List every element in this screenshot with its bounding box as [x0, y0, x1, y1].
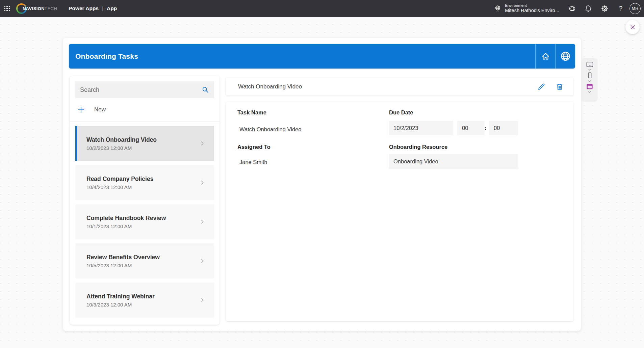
detail-actions: [537, 82, 564, 91]
gear-icon: [601, 5, 609, 12]
search-input[interactable]: [80, 86, 201, 93]
environment-picker[interactable]: Environment Mitesh Rathod's Enviro...: [489, 0, 564, 17]
environment-icon: [494, 4, 502, 12]
list-item-datetime: 10/2/2023 12:00 AM: [86, 145, 214, 151]
trash-icon: [555, 82, 564, 91]
detail-form: Task Name Watch Onboarding Video Due Dat…: [226, 102, 573, 321]
edit-button[interactable]: [537, 82, 546, 91]
list-item-title: Attend Training Webinar: [86, 293, 214, 300]
list-item[interactable]: Attend Training Webinar 10/3/2023 12:00 …: [75, 283, 214, 318]
app-canvas: Onboarding Tasks: [0, 17, 644, 348]
chevron-right-icon: [199, 257, 206, 265]
new-task-label: New: [94, 106, 106, 113]
home-icon: [540, 51, 551, 61]
chevron-right-icon: [199, 218, 206, 225]
top-bar: NAVISIONTECH Power Apps | App Environmen…: [0, 0, 644, 17]
time-separator: :: [485, 121, 487, 135]
list-item[interactable]: Watch Onboarding Video 10/2/2023 12:00 A…: [75, 126, 214, 161]
list-item-datetime: 10/3/2023 12:00 AM: [86, 302, 214, 307]
help-button[interactable]: ?: [613, 0, 629, 17]
assigned-to-value: Jane Smith: [239, 159, 267, 165]
environment-label: Environment: [505, 3, 559, 8]
web-preview-button[interactable]: [586, 83, 593, 94]
home-button[interactable]: [535, 44, 555, 69]
logo-text: NAVISIONTECH: [23, 6, 57, 11]
copilot-button[interactable]: [564, 0, 580, 17]
search-box[interactable]: [75, 81, 214, 98]
list-item[interactable]: Read Company Policies 10/4/2023 12:00 AM: [75, 165, 214, 200]
list-item[interactable]: Complete Handbook Review 10/1/2023 12:00…: [75, 204, 214, 239]
detail-title: Watch Onboarding Video: [238, 83, 302, 90]
due-date-label: Due Date: [389, 109, 413, 116]
bell-icon: [584, 4, 592, 12]
chevron-right-icon: [199, 296, 206, 304]
close-icon: [630, 24, 636, 30]
task-list-panel: New Watch Onboarding Video 10/2/2023 12:…: [70, 76, 220, 325]
language-button[interactable]: [555, 44, 575, 69]
resource-label: Onboarding Resource: [389, 144, 447, 150]
environment-name: Mitesh Rathod's Enviro...: [505, 8, 559, 14]
task-name-label: Task Name: [237, 109, 266, 116]
phone-icon: [586, 72, 593, 79]
pencil-icon: [537, 82, 546, 91]
close-button[interactable]: [625, 20, 640, 34]
chevron-down-icon: [587, 79, 592, 83]
list-item-datetime: 10/1/2023 12:00 AM: [86, 223, 214, 229]
device-preview-toolbar: [582, 58, 597, 101]
tablet-preview-button[interactable]: [586, 61, 594, 72]
browser-window-icon: [586, 83, 593, 90]
app-name: App: [107, 5, 117, 11]
globe-icon: [560, 50, 571, 62]
task-list: Watch Onboarding Video 10/2/2023 12:00 A…: [75, 126, 214, 318]
resource-input[interactable]: Onboarding Video: [389, 154, 518, 169]
app-launcher-button[interactable]: [0, 0, 14, 17]
plus-icon: [77, 106, 85, 114]
header-actions: [535, 44, 575, 69]
product-name[interactable]: Power Apps: [69, 5, 99, 11]
list-item-datetime: 10/4/2023 12:00 AM: [86, 184, 214, 190]
copilot-icon: [568, 4, 576, 13]
detail-header: Watch Onboarding Video: [226, 78, 573, 96]
due-date-input[interactable]: 10/2/2023: [389, 121, 453, 135]
list-item-title: Review Benefits Overview: [86, 254, 214, 261]
app-container-card: Onboarding Tasks: [63, 38, 581, 331]
assigned-to-label: Assigned To: [237, 144, 271, 150]
due-minute-input[interactable]: 00: [489, 121, 518, 135]
user-avatar[interactable]: MR: [629, 3, 641, 14]
topbar-right-group: Environment Mitesh Rathod's Enviro...: [489, 0, 644, 17]
chevron-right-icon: [199, 179, 206, 186]
list-item-title: Complete Handbook Review: [86, 215, 214, 222]
new-task-button[interactable]: New: [70, 101, 220, 118]
list-item-title: Watch Onboarding Video: [86, 136, 214, 143]
list-divider: [70, 122, 220, 122]
notifications-button[interactable]: [580, 0, 596, 17]
waffle-icon: [4, 6, 10, 11]
settings-button[interactable]: [596, 0, 613, 17]
chevron-right-icon: [199, 140, 206, 147]
help-icon: ?: [619, 5, 623, 12]
app-header-bar: Onboarding Tasks: [69, 44, 575, 69]
due-hour-input[interactable]: 00: [457, 121, 485, 135]
search-icon[interactable]: [201, 86, 209, 94]
page-title: Onboarding Tasks: [75, 52, 138, 60]
phone-preview-button[interactable]: [586, 72, 593, 83]
delete-button[interactable]: [555, 82, 564, 91]
title-divider: |: [102, 5, 103, 11]
task-name-value: Watch Onboarding Video: [239, 126, 301, 133]
chevron-down-icon: [587, 68, 592, 72]
list-item-title: Read Company Policies: [86, 176, 214, 183]
list-item-datetime: 10/5/2023 12:00 AM: [86, 263, 214, 268]
chevron-down-icon: [587, 90, 592, 94]
tablet-icon: [586, 61, 594, 68]
list-item[interactable]: Review Benefits Overview 10/5/2023 12:00…: [75, 243, 214, 278]
navisiontech-logo: NAVISIONTECH: [16, 3, 57, 14]
